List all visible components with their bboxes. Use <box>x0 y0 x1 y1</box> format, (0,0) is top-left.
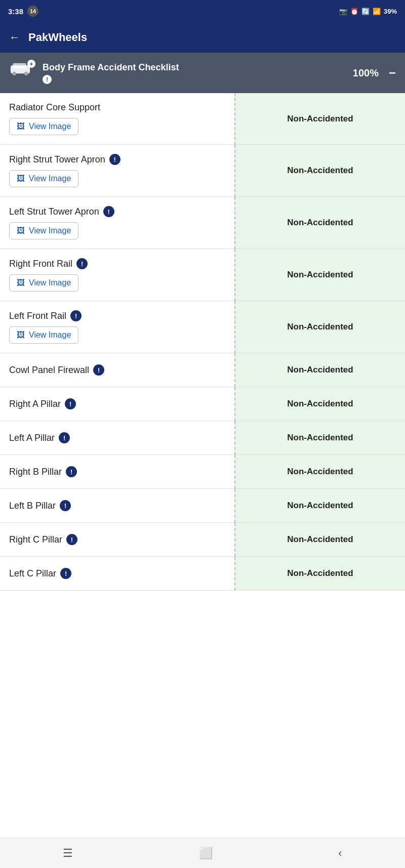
svg-point-3 <box>24 72 28 75</box>
item-name: Right Strut Tower Apron ! <box>9 154 225 165</box>
view-image-button[interactable]: 🖼 View Image <box>9 222 78 239</box>
table-row: Cowl Panel Firewall !Non-Accidented <box>0 353 405 387</box>
status-badge: Non-Accidented <box>287 270 353 279</box>
back-button[interactable]: ← <box>9 31 20 44</box>
item-name: Right A Pillar ! <box>9 396 225 411</box>
status-badge: Non-Accidented <box>287 114 353 123</box>
checklist-info: Body Frame Accident Checklist ! <box>43 62 346 84</box>
nav-title: PakWheels <box>28 31 87 44</box>
item-left-cell: Left B Pillar ! <box>0 489 235 523</box>
info-icon: ! <box>66 466 77 477</box>
view-image-button[interactable]: 🖼 View Image <box>9 274 78 292</box>
status-time: 3:38 <box>8 7 23 16</box>
item-name: Left B Pillar ! <box>9 498 225 513</box>
info-icon: ! <box>65 398 76 409</box>
table-row: Right A Pillar !Non-Accidented <box>0 387 405 421</box>
table-row: Right C Pillar !Non-Accidented <box>0 523 405 557</box>
info-icon: ! <box>60 500 71 511</box>
item-name: Right Front Rail ! <box>9 258 225 269</box>
item-left-cell: Left C Pillar ! <box>0 557 235 591</box>
item-left-cell: Right B Pillar ! <box>0 455 235 489</box>
home-icon[interactable]: ⬜ <box>199 847 213 860</box>
view-image-button[interactable]: 🖼 View Image <box>9 170 78 187</box>
plus-badge: + <box>27 60 35 68</box>
item-status-cell: Non-Accidented <box>235 523 405 557</box>
item-name: Cowl Panel Firewall ! <box>9 362 225 378</box>
item-status-cell: Non-Accidented <box>235 455 405 489</box>
checklist-table: Radiator Core Support 🖼 View ImageNon-Ac… <box>0 93 405 591</box>
table-row: Right Front Rail !🖼 View ImageNon-Accide… <box>0 249 405 301</box>
table-row: Radiator Core Support 🖼 View ImageNon-Ac… <box>0 93 405 145</box>
item-name: Left Strut Tower Apron ! <box>9 206 225 217</box>
status-badge: Non-Accidented <box>287 322 353 332</box>
item-left-cell: Radiator Core Support 🖼 View Image <box>0 93 235 145</box>
item-name: Left C Pillar ! <box>9 566 225 581</box>
info-icon: ! <box>93 364 104 376</box>
item-status-cell: Non-Accidented <box>235 353 405 387</box>
item-left-cell: Right C Pillar ! <box>0 523 235 557</box>
info-icon: ! <box>70 310 82 321</box>
svg-rect-1 <box>13 63 26 68</box>
table-row: Left B Pillar !Non-Accidented <box>0 489 405 523</box>
table-row: Right Strut Tower Apron !🖼 View ImageNon… <box>0 145 405 197</box>
status-right-icons: 📷 ⏰ 🔄 📶 39% <box>339 8 397 15</box>
status-badge: Non-Accidented <box>287 501 353 510</box>
info-icon: ! <box>59 432 70 443</box>
status-badge: Non-Accidented <box>287 568 353 578</box>
status-badge: Non-Accidented <box>287 166 353 175</box>
table-row: Left A Pillar !Non-Accidented <box>0 421 405 455</box>
status-badge: Non-Accidented <box>287 365 353 375</box>
table-row: Left Strut Tower Apron !🖼 View ImageNon-… <box>0 197 405 249</box>
item-left-cell: Left Strut Tower Apron !🖼 View Image <box>0 197 235 249</box>
item-name: Left Front Rail ! <box>9 310 225 321</box>
item-left-cell: Right A Pillar ! <box>0 387 235 421</box>
table-row: Right B Pillar !Non-Accidented <box>0 455 405 489</box>
minus-button[interactable]: − <box>389 66 396 80</box>
status-badge: Non-Accidented <box>287 399 353 408</box>
nav-bar: ← PakWheels <box>0 22 405 53</box>
item-left-cell: Left Front Rail !🖼 View Image <box>0 301 235 353</box>
info-icon: ! <box>76 258 88 269</box>
image-icon: 🖼 <box>17 278 25 287</box>
car-icon-wrap: + <box>9 60 35 86</box>
table-row: Left C Pillar !Non-Accidented <box>0 557 405 591</box>
notification-badge: 14 <box>27 6 38 17</box>
item-status-cell: Non-Accidented <box>235 145 405 197</box>
item-status-cell: Non-Accidented <box>235 557 405 591</box>
info-icon: ! <box>103 206 114 217</box>
item-left-cell: Right Front Rail !🖼 View Image <box>0 249 235 301</box>
image-icon: 🖼 <box>17 226 25 235</box>
status-badge: Non-Accidented <box>287 218 353 227</box>
menu-icon[interactable]: ☰ <box>63 847 73 860</box>
status-badge: Non-Accidented <box>287 534 353 544</box>
image-icon: 🖼 <box>17 122 25 131</box>
item-status-cell: Non-Accidented <box>235 387 405 421</box>
item-left-cell: Right Strut Tower Apron !🖼 View Image <box>0 145 235 197</box>
svg-point-2 <box>13 72 16 75</box>
info-icon: ! <box>60 568 71 579</box>
item-status-cell: Non-Accidented <box>235 249 405 301</box>
view-image-button[interactable]: 🖼 View Image <box>9 118 78 135</box>
item-status-cell: Non-Accidented <box>235 301 405 353</box>
item-name: Left A Pillar ! <box>9 430 225 445</box>
image-icon: 🖼 <box>17 174 25 183</box>
back-nav-icon[interactable]: ‹ <box>338 847 342 860</box>
image-icon: 🖼 <box>17 330 25 340</box>
alarm-icon: ⏰ <box>350 8 358 15</box>
item-status-cell: Non-Accidented <box>235 421 405 455</box>
checklist-title: Body Frame Accident Checklist <box>43 62 346 73</box>
view-image-button[interactable]: 🖼 View Image <box>9 326 78 344</box>
item-status-cell: Non-Accidented <box>235 197 405 249</box>
status-bar: 3:38 14 📷 ⏰ 🔄 📶 39% <box>0 0 405 22</box>
status-badge: Non-Accidented <box>287 433 353 442</box>
info-icon: ! <box>109 154 120 165</box>
sync-icon: 🔄 <box>361 8 370 15</box>
item-left-cell: Left A Pillar ! <box>0 421 235 455</box>
camera-icon: 📷 <box>339 8 347 15</box>
battery-text: 39% <box>384 8 397 15</box>
item-name: Radiator Core Support <box>9 102 225 113</box>
checklist-info-icon: ! <box>43 75 52 84</box>
signal-icon: 📶 <box>373 8 381 15</box>
info-icon: ! <box>66 534 77 545</box>
bottom-nav: ☰ ⬜ ‹ <box>0 838 405 868</box>
